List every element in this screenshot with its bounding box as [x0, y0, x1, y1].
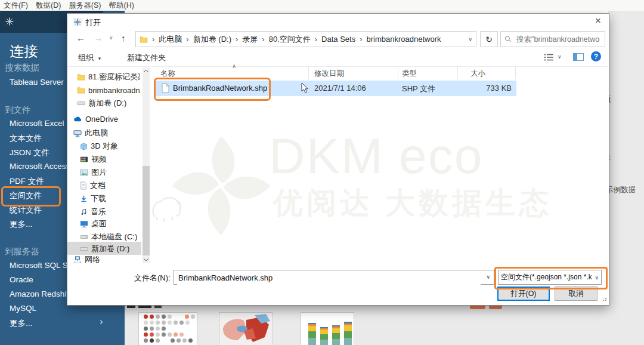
watermark-brand: DKM eco: [269, 127, 483, 185]
refresh-icon[interactable]: ↻: [480, 31, 498, 47]
tree-item-downloads[interactable]: 下载: [80, 193, 106, 205]
app-menu-bar: 文件(F) 数据(D) 服务器(S) 帮助(H): [0, 0, 644, 11]
resize-grip[interactable]: [600, 298, 607, 301]
search-icon: [504, 35, 512, 43]
view-mode-dropdown-icon[interactable]: ∨: [558, 54, 562, 60]
new-folder-button[interactable]: 新建文件夹: [127, 53, 166, 63]
scroll-down-icon[interactable]: [144, 258, 148, 261]
start-page-bottom-area: [125, 304, 644, 345]
tree-item-this-pc[interactable]: 此电脑: [73, 127, 108, 139]
search-box[interactable]: [500, 31, 605, 47]
desktop-icon: [80, 220, 88, 228]
folder-icon: [77, 73, 85, 81]
breadcrumb-brimbank[interactable]: brimbankroadnetwork: [367, 35, 441, 44]
music-icon: [80, 208, 88, 216]
sidebar-item-mysql[interactable]: MySQL: [10, 304, 36, 313]
address-bar[interactable]: › 此电脑 › 新加卷 (D:) › 录屏 › 80.空间文件 › Data S…: [135, 31, 476, 47]
crumb-separator: ›: [315, 35, 317, 44]
sidebar-item-more-servers[interactable]: 更多...: [10, 318, 32, 329]
breadcrumb-this-pc[interactable]: 此电脑: [159, 34, 182, 45]
sidebar-section-to-file: 到文件: [5, 104, 31, 116]
crumb-separator: ›: [152, 35, 154, 44]
back-icon[interactable]: ←: [76, 33, 85, 43]
tree-item-videos[interactable]: 视频: [80, 153, 107, 165]
folder-icon: [140, 36, 148, 43]
organize-dropdown-icon: ▾: [98, 56, 101, 61]
menu-data[interactable]: 数据(D): [36, 1, 61, 11]
view-mode-icon[interactable]: [544, 53, 554, 61]
search-input[interactable]: [515, 35, 601, 44]
start-page-right-panel: [608, 11, 644, 345]
document-icon: [80, 181, 87, 190]
tree-item-music[interactable]: 音乐: [80, 206, 106, 218]
forward-icon[interactable]: →: [94, 33, 103, 43]
sidebar-item-oracle[interactable]: Oracle: [10, 275, 33, 284]
scroll-up-icon[interactable]: [144, 69, 148, 72]
column-header-size[interactable]: 大小: [470, 69, 485, 79]
crumb-separator: ›: [186, 35, 188, 44]
menu-server[interactable]: 服务器(S): [69, 1, 101, 11]
background-text-fragment: 示例数据: [606, 185, 636, 195]
breadcrumb-drive-d[interactable]: 新加卷 (D:): [193, 34, 231, 45]
sidebar-item-json[interactable]: JSON 文件: [10, 147, 49, 158]
file-type: SHP 文件: [402, 84, 435, 94]
tree-item-brimbank-folder[interactable]: brimbankroadnetwork: [77, 84, 140, 96]
column-header-date[interactable]: 修改日期: [314, 69, 344, 79]
sidebar-item-excel[interactable]: Microsoft Excel: [10, 119, 64, 128]
sidebar-item-redshift[interactable]: Amazon Redshift: [10, 289, 71, 298]
tree-item-drive-d-pinned[interactable]: 新加卷 (D:): [77, 97, 126, 109]
tree-item-local-disk-c[interactable]: 本地磁盘 (C:): [80, 231, 137, 243]
sort-ascending-icon[interactable]: ∧: [232, 63, 236, 69]
sidebar-section-to-server: 到服务器: [5, 246, 39, 257]
up-icon[interactable]: ↑: [121, 33, 126, 43]
menu-help[interactable]: 帮助(H): [109, 1, 134, 11]
close-icon[interactable]: ×: [592, 15, 604, 27]
download-icon: [80, 195, 88, 203]
organize-button[interactable]: 组织 ▾: [78, 53, 101, 63]
clipped-orange-fragment: [470, 305, 485, 309]
tree-item-drive-d-selected[interactable]: 新加卷 (D:): [80, 243, 129, 255]
breadcrumb-luping[interactable]: 录屏: [242, 34, 258, 45]
dialog-app-icon: [73, 18, 82, 26]
preview-pane-icon[interactable]: [573, 53, 584, 61]
column-divider[interactable]: [308, 66, 309, 79]
watermark-slogan: 优阅达 大数据生态: [273, 183, 552, 223]
breadcrumb-datasets[interactable]: Data Sets: [321, 35, 355, 44]
tree-item-81-folder[interactable]: 81.密度标记类型: [77, 71, 140, 83]
tree-item-3d-objects[interactable]: 3D 对象: [80, 140, 118, 152]
help-icon[interactable]: ?: [591, 51, 601, 61]
tree-item-desktop[interactable]: 桌面: [80, 218, 107, 230]
tree-item-onedrive[interactable]: OneDrive: [73, 113, 118, 125]
sidebar-search-data[interactable]: 搜索数据: [5, 62, 39, 73]
sidebar-item-tableau-server[interactable]: Tableau Server: [10, 78, 64, 87]
column-header-type[interactable]: 类型: [402, 69, 417, 79]
filename-dropdown-icon[interactable]: ∨: [486, 274, 490, 280]
menu-file[interactable]: 文件(F): [4, 1, 28, 11]
breadcrumb-spatial[interactable]: 80.空间文件: [269, 34, 311, 45]
sidebar-item-more-files[interactable]: 更多...: [10, 219, 32, 230]
sidebar-item-pdf[interactable]: PDF 文件: [10, 176, 44, 187]
computer-icon: [73, 130, 82, 137]
sidebar-item-text[interactable]: 文本文件: [10, 133, 42, 144]
network-icon: [73, 256, 82, 263]
annotation-box-spatial-file: [1, 186, 61, 207]
tree-item-network[interactable]: 网络: [73, 256, 100, 263]
crumb-separator: ›: [236, 35, 238, 44]
filename-input[interactable]: [177, 271, 481, 285]
drive-icon: [80, 245, 88, 252]
more-servers-chevron-icon[interactable]: ›: [100, 316, 103, 328]
tree-item-documents[interactable]: 文档: [80, 180, 106, 192]
mouse-cursor: [301, 82, 309, 94]
tree-scrollbar[interactable]: [143, 67, 150, 263]
address-dropdown-icon[interactable]: ∨: [468, 36, 472, 42]
column-divider[interactable]: [457, 66, 458, 79]
scrollbar-thumb[interactable]: [143, 166, 150, 255]
history-dropdown-icon[interactable]: ∨: [109, 35, 113, 41]
column-divider[interactable]: [398, 66, 398, 79]
filename-field[interactable]: ∨: [174, 270, 494, 285]
sidebar-item-access[interactable]: Microsoft Access: [10, 162, 70, 171]
toolbar-divider: [67, 66, 608, 67]
dot-plot-thumbnail: [138, 312, 197, 345]
tree-item-pictures[interactable]: 图片: [80, 167, 107, 178]
column-divider[interactable]: [515, 66, 516, 79]
